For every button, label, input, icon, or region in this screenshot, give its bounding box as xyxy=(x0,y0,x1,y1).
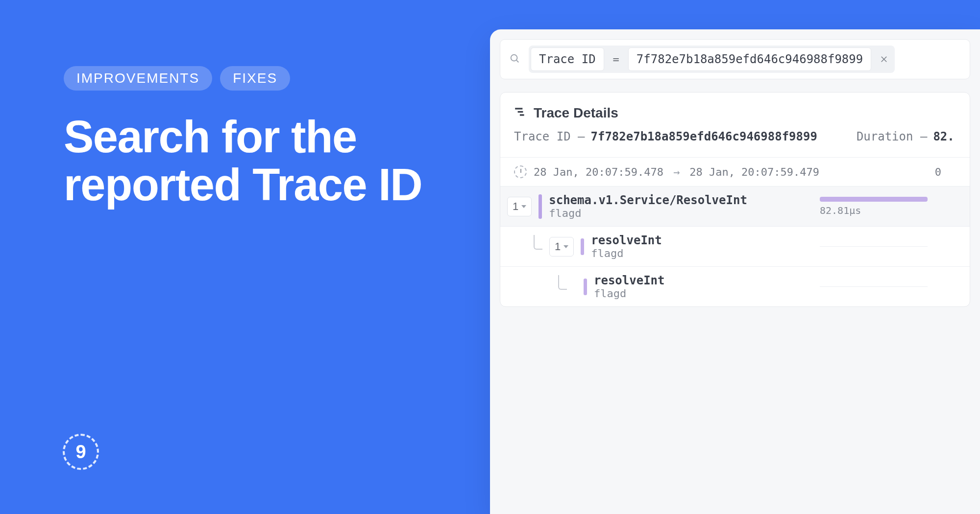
span-row[interactable]: resolveInt flagd xyxy=(500,266,970,306)
span-duration-bar xyxy=(820,286,928,287)
tag-improvements: IMPROVEMENTS xyxy=(64,66,212,91)
duration-meta: Duration — 82. xyxy=(857,130,955,143)
badge-nine: 9 xyxy=(63,434,99,470)
span-duration-label: 82.81µs xyxy=(820,205,970,216)
search-field-chip[interactable]: Trace ID xyxy=(531,47,604,71)
span-color-bar xyxy=(581,238,584,255)
svg-rect-4 xyxy=(515,108,522,109)
search-icon xyxy=(509,53,520,66)
trace-id-meta: Trace ID — 7f782e7b18a859efd646c946988f9… xyxy=(514,130,827,143)
span-name: resolveInt xyxy=(591,234,662,247)
timeline-start: 28 Jan, 20:07:59.478 xyxy=(534,166,663,178)
search-bar[interactable]: Trace ID = 7f782e7b18a859efd646c946988f9… xyxy=(500,39,970,79)
span-row[interactable]: 1 schema.v1.Service/ResolveInt flagd 82.… xyxy=(500,186,970,226)
tree-connector xyxy=(534,235,542,250)
arrow-right-icon: → xyxy=(673,166,680,178)
search-filter-chip[interactable]: Trace ID = 7f782e7b18a859efd646c946988f9… xyxy=(529,46,895,73)
search-op: = xyxy=(608,49,624,70)
app-window: Trace ID = 7f782e7b18a859efd646c946988f9… xyxy=(490,29,980,514)
svg-point-0 xyxy=(511,55,517,61)
timeline-end: 28 Jan, 20:07:59.479 xyxy=(689,166,819,178)
svg-rect-5 xyxy=(518,111,523,113)
span-service: flagd xyxy=(549,207,747,219)
tag-fixes: FIXES xyxy=(220,66,290,91)
trace-details-card: Trace Details Trace ID — 7f782e7b18a859e… xyxy=(500,92,970,307)
span-duration-bar xyxy=(820,246,928,247)
span-count-dropdown[interactable]: 1 xyxy=(549,237,574,257)
page-title: Search for the reported Trace ID xyxy=(64,113,466,209)
span-color-bar xyxy=(584,279,587,295)
span-duration-bar xyxy=(820,197,928,202)
search-value-chip[interactable]: 7f782e7b18a859efd646c946988f9899 xyxy=(628,47,871,71)
span-color-bar xyxy=(539,194,542,219)
details-title: Trace Details xyxy=(534,105,618,121)
span-row[interactable]: 1 resolveInt flagd xyxy=(500,226,970,266)
timeline-header: 28 Jan, 20:07:59.478 → 28 Jan, 20:07:59.… xyxy=(500,157,970,186)
chevron-down-icon xyxy=(521,205,526,208)
clear-filter-button[interactable] xyxy=(875,50,893,68)
span-count-dropdown[interactable]: 1 xyxy=(507,197,532,216)
span-service: flagd xyxy=(591,247,662,259)
svg-line-1 xyxy=(516,60,518,62)
timeline-zero: 0 xyxy=(935,166,941,178)
waterfall-icon xyxy=(514,106,527,120)
clock-icon xyxy=(514,165,527,178)
span-name: schema.v1.Service/ResolveInt xyxy=(549,193,747,207)
span-name: resolveInt xyxy=(594,274,665,287)
chevron-down-icon xyxy=(564,245,568,248)
tree-connector xyxy=(558,275,567,290)
span-service: flagd xyxy=(594,287,665,300)
trace-id-value: 7f782e7b18a859efd646c946988f9899 xyxy=(591,130,817,143)
svg-rect-6 xyxy=(520,114,524,116)
